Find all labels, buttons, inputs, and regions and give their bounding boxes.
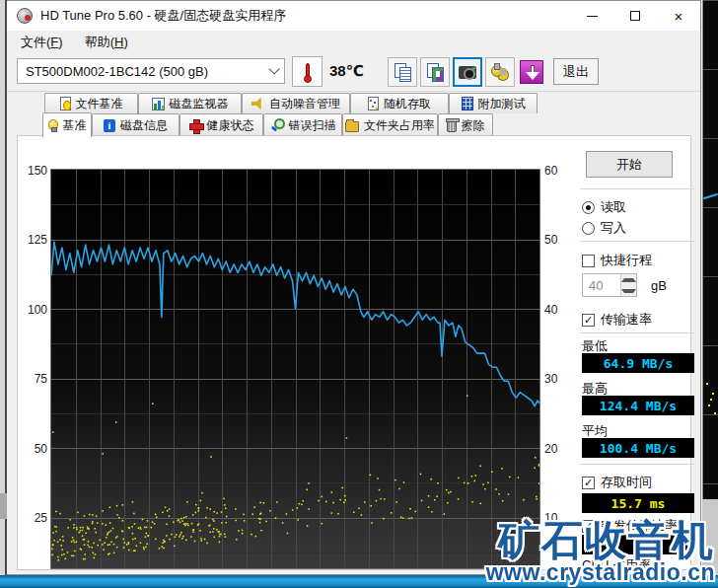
maximize-button[interactable] [613, 1, 657, 31]
access-time-display: 15.7 ms [582, 493, 694, 513]
checkbox-access-time[interactable]: ✓ 存取时间 [582, 474, 652, 491]
left-tick: 125 [22, 233, 47, 247]
info-icon: i [104, 119, 115, 132]
spindown-button[interactable] [517, 57, 546, 87]
right-tick: 30 [544, 372, 557, 386]
radio-write[interactable]: 写入 [582, 219, 626, 237]
background-window-left-sliver [0, 0, 7, 575]
left-tick: 75 [22, 372, 47, 386]
maximize-icon [630, 11, 640, 21]
transfer-rate-box: ✓ [582, 314, 595, 327]
access-time-box: ✓ [582, 477, 595, 489]
thermometer-icon [305, 63, 311, 83]
screenshot-button[interactable] [453, 57, 482, 87]
tab-disk-info[interactable]: i磁盘信息 [92, 113, 180, 136]
background-chart-sliver [702, 0, 718, 499]
random-access-icon [368, 97, 379, 110]
short-stroke-spinner[interactable]: 40 [582, 273, 637, 297]
medals-button[interactable] [485, 57, 515, 87]
tab-disk-monitor[interactable]: 磁盘监视器 [138, 93, 242, 113]
drive-select-value: ST500DM002-1BC142 (500 gB) [26, 64, 208, 79]
tab-extra-tests[interactable]: 附加测试 [449, 93, 538, 113]
copy-text-icon [394, 63, 411, 81]
file-benchmark-icon [60, 97, 71, 110]
app-icon [17, 8, 33, 24]
trash-icon [447, 120, 457, 132]
right-tick: 20 [544, 442, 557, 456]
right-tick: 60 [544, 164, 557, 178]
min-value-display: 64.9 MB/s [582, 353, 694, 373]
spinner-up-button[interactable] [621, 274, 636, 285]
checkbox-short-stroke[interactable]: 快捷行程 [582, 252, 652, 269]
tab-folder-usage[interactable]: 文件夹占用率 [342, 113, 438, 136]
start-button[interactable]: 开始 [586, 151, 673, 178]
left-tick: 50 [22, 442, 47, 456]
left-tick: 150 [22, 164, 47, 178]
watermark-url: www.crystalradio.cn [486, 561, 715, 584]
camera-icon [459, 66, 476, 79]
tab-health[interactable]: 健康状态 [180, 113, 263, 136]
spinner-down-button[interactable] [621, 285, 636, 296]
titlebar: HD Tune Pro 5.60 - 硬盘/固态硬盘实用程序 × [7, 1, 700, 31]
radio-read-circle [582, 201, 595, 214]
temperature-button[interactable] [292, 56, 323, 87]
tab-benchmark[interactable]: 基准 [42, 112, 92, 137]
menubar: 文件(F) 帮助(H) [7, 31, 700, 53]
left-tick: 25 [22, 511, 47, 525]
menu-file[interactable]: 文件(F) [13, 31, 71, 54]
window-title: HD Tune Pro 5.60 - 硬盘/固态硬盘实用程序 [40, 7, 286, 25]
tab-erase[interactable]: 擦除 [438, 113, 493, 136]
temperature-value: 38℃ [329, 62, 364, 80]
left-tick: 100 [22, 303, 47, 317]
arrow-down-icon [520, 60, 543, 84]
speaker-icon [251, 98, 264, 110]
right-tick: 40 [544, 303, 557, 317]
toolbar: ST500DM002-1BC142 (500 gB) 38℃ 退出 [7, 53, 700, 92]
close-button[interactable]: × [657, 1, 700, 31]
arrow-down-icon [621, 289, 636, 293]
health-cross-icon [189, 119, 202, 132]
minimize-button[interactable] [570, 1, 613, 31]
short-stroke-unit: gB [651, 278, 667, 293]
lamp-icon [48, 119, 58, 132]
arrow-up-icon [621, 278, 636, 282]
max-value-display: 124.4 MB/s [582, 396, 694, 415]
chevron-down-icon [268, 63, 279, 74]
minimize-icon [587, 16, 598, 17]
benchmark-canvas [51, 170, 539, 568]
screen: HD Tune Pro 5.60 - 硬盘/固态硬盘实用程序 × 文件(F) 帮… [0, 0, 718, 588]
radio-write-circle [582, 222, 595, 235]
tab-error-scan[interactable]: 错误扫描 [263, 113, 342, 136]
short-stroke-box [582, 255, 595, 267]
copy-image-button[interactable] [420, 57, 450, 87]
medals-icon [491, 64, 509, 80]
radio-read[interactable]: 读取 [582, 198, 626, 216]
copy-text-button[interactable] [388, 57, 417, 87]
tab-file-benchmark[interactable]: 文件基准 [44, 93, 138, 113]
exit-button[interactable]: 退出 [553, 58, 599, 85]
calculator-icon [462, 97, 473, 110]
tab-aam[interactable]: 自动噪音管理 [242, 93, 350, 113]
folder-icon [345, 121, 359, 132]
background-chart-dots [706, 383, 708, 385]
copy-image-icon [426, 63, 444, 81]
right-tick: 50 [544, 233, 557, 247]
disk-monitor-icon [152, 98, 165, 110]
benchmark-chart [50, 169, 540, 569]
checkbox-transfer-rate[interactable]: ✓ 传输速率 [582, 311, 652, 329]
short-stroke-value: 40 [583, 274, 620, 296]
watermark-title: 矿石收音机 [498, 520, 715, 561]
hdtune-window: HD Tune Pro 5.60 - 硬盘/固态硬盘实用程序 × 文件(F) 帮… [7, 0, 701, 575]
drive-select[interactable]: ST500DM002-1BC142 (500 gB) [17, 58, 285, 84]
magnifier-icon [270, 118, 284, 132]
tab-random-access[interactable]: 随机存取 [350, 93, 449, 113]
background-window-right-sliver [702, 0, 718, 575]
close-icon: × [675, 9, 683, 24]
menu-help[interactable]: 帮助(H) [77, 31, 136, 54]
avg-value-display: 100.4 MB/s [582, 438, 694, 458]
